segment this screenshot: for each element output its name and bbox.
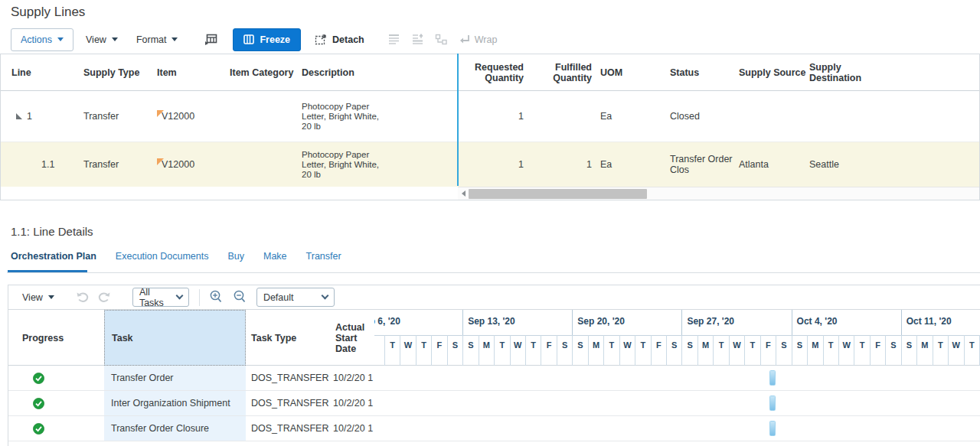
zoom-out-button[interactable] (233, 290, 247, 304)
supply-destination-cell: Seattle (809, 142, 979, 187)
table-row[interactable]: 1 Transfer V12000 Photocopy Paper Letter… (1, 91, 979, 142)
wrap-icon (459, 34, 470, 44)
task-name-cell: Transfer Order (104, 366, 246, 390)
table-columns-icon[interactable] (199, 28, 222, 51)
scroll-left-arrow[interactable] (458, 188, 469, 200)
column-header-uom[interactable]: UOM (598, 54, 670, 90)
actual-start-date-cell: 10/2/20 1 (330, 391, 374, 415)
hierarchy-icon (435, 34, 448, 45)
scrollbar-thumb[interactable] (469, 189, 647, 199)
tab-orchestration-plan[interactable]: Orchestration Plan (11, 251, 96, 262)
freeze-button[interactable]: Freeze (233, 28, 301, 51)
column-header-supply-destination[interactable]: Supply Destination (809, 54, 881, 90)
day-header-cell: S (666, 335, 681, 366)
complete-status-icon (33, 423, 44, 435)
format-menu-button[interactable]: Format (127, 28, 188, 51)
chevron-down-icon (57, 37, 64, 41)
column-header-requested-quantity[interactable]: Requested Quantity (459, 54, 533, 90)
task-filter-select[interactable]: All Tasks (132, 288, 189, 307)
column-header-line[interactable]: Line (1, 54, 77, 90)
active-tab-underline (8, 270, 87, 272)
day-header-cell: M (479, 335, 494, 366)
gantt-view-menu-button[interactable]: View (22, 292, 54, 303)
requested-quantity-cell: 1 (459, 142, 533, 187)
task-name-cell: Inter Organization Shipment (104, 391, 246, 415)
column-header-status[interactable]: Status (670, 54, 737, 90)
week-divider (462, 310, 463, 335)
day-header-cell: S (462, 335, 478, 366)
gantt-task-bar[interactable] (769, 396, 776, 411)
supply-source-cell (737, 91, 809, 142)
description-cell: Photocopy Paper Letter, Bright White, 20… (302, 102, 380, 132)
gantt-task-bar[interactable] (769, 421, 776, 436)
day-header-cell: T (933, 335, 948, 366)
requested-quantity-cell: 1 (459, 91, 533, 142)
week-label: Oct 11, '20 (906, 316, 952, 327)
day-header-cell: W (619, 335, 635, 366)
detach-icon (315, 34, 327, 45)
tab-make[interactable]: Make (263, 251, 287, 262)
gantt-task-bar[interactable] (769, 370, 776, 386)
tab-execution-documents[interactable]: Execution Documents (116, 251, 209, 262)
column-header-supply-type[interactable]: Supply Type (77, 54, 152, 90)
day-header-cell: W (729, 335, 744, 366)
view-label: View (86, 34, 106, 45)
status-cell: Transfer Order Clos (670, 142, 737, 187)
column-header-description[interactable]: Description (298, 54, 459, 90)
supply-source-cell: Atlanta (737, 142, 809, 187)
day-header-cell: T (744, 335, 760, 366)
tab-transfer[interactable]: Transfer (306, 251, 341, 262)
collapse-row-icon[interactable] (16, 113, 22, 119)
line-details-tabs: Orchestration Plan Execution Documents B… (11, 251, 341, 262)
frozen-columns-divider[interactable] (457, 54, 459, 186)
column-header-supply-source[interactable]: Supply Source (737, 54, 809, 90)
column-header-item[interactable]: Item (152, 54, 224, 90)
week-divider (681, 310, 682, 335)
day-header-cell: S (792, 335, 807, 366)
task-type-cell: DOS_TRANSFER (246, 391, 330, 415)
day-header-cell: M (588, 335, 603, 366)
line-details-title: 1.1: Line Details (11, 225, 93, 238)
table-row-selected[interactable]: 1.1 Transfer V12000 Photocopy Paper Lett… (1, 142, 979, 187)
day-header-cell: M (916, 335, 932, 366)
week-label: Sep 13, '20 (468, 316, 515, 327)
gantt-chart-area (374, 366, 980, 446)
task-filter-value: All Tasks (139, 287, 177, 308)
item-cell: V12000 (162, 159, 194, 170)
view-menu-button[interactable]: View (77, 28, 127, 51)
supply-lines-toolbar: Actions View Format Freeze Detach (11, 28, 497, 51)
supply-type-cell: Transfer (77, 91, 152, 142)
horizontal-scrollbar[interactable] (458, 187, 979, 200)
tab-buy[interactable]: Buy (227, 251, 244, 262)
complete-status-icon (33, 373, 44, 384)
line-number: 1 (27, 111, 32, 122)
gantt-preset-value: Default (263, 292, 294, 303)
item-cell: V12000 (162, 111, 194, 122)
chevron-down-icon (48, 295, 54, 299)
freeze-columns-icon (243, 34, 254, 44)
column-header-fulfilled-quantity[interactable]: Fulfilled Quantity (533, 54, 598, 90)
week-divider (572, 310, 573, 335)
gantt-column-header-actual-start-date[interactable]: Actual Start Date (330, 310, 374, 366)
go-to-top-icon (387, 34, 400, 45)
actions-menu-button[interactable]: Actions (11, 28, 74, 51)
wrap-label: Wrap (475, 34, 498, 45)
zoom-out-icon (233, 290, 247, 304)
day-header-cell: T (964, 335, 979, 366)
day-header-cell: S (776, 335, 791, 366)
gantt-column-header-task[interactable]: Task (104, 310, 246, 366)
gantt-view-label: View (22, 292, 43, 303)
detach-button[interactable]: Detach (305, 28, 374, 51)
zoom-in-button[interactable] (209, 290, 224, 304)
column-header-item-category[interactable]: Item Category (224, 54, 298, 90)
gantt-preset-select[interactable]: Default (256, 288, 335, 307)
week-label: Sep 20, '20 (577, 316, 625, 327)
day-header-cell: T (603, 335, 619, 366)
day-header-cell: T (635, 335, 650, 366)
gantt-header: Progress Task Task Type Actual Start Dat… (8, 310, 980, 366)
item-category-cell (224, 91, 298, 142)
gantt-column-header-progress[interactable]: Progress (8, 310, 104, 366)
redo-icon (97, 291, 111, 303)
day-header-cell: W (838, 335, 854, 366)
gantt-column-header-task-type[interactable]: Task Type (246, 310, 330, 366)
